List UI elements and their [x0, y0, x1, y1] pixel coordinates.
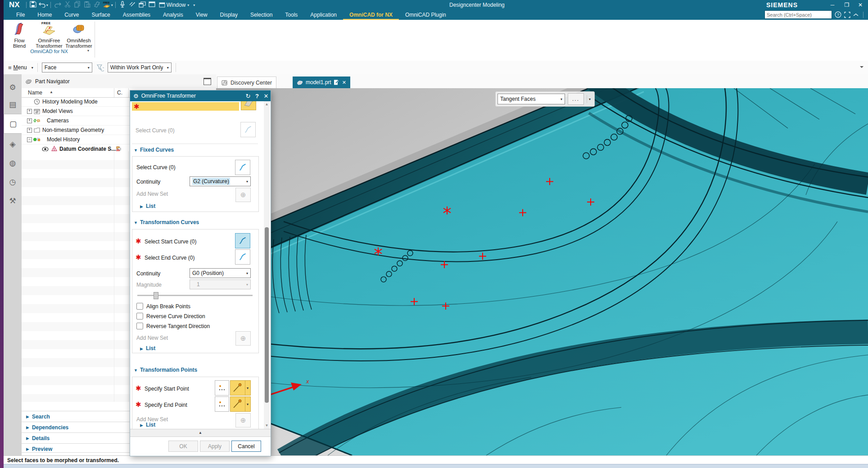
undock-panel-button[interactable] — [203, 78, 211, 85]
sweep-button[interactable] — [93, 0, 102, 9]
checkbox-reverse-curve-direction[interactable]: Reverse Curve Direction — [136, 313, 205, 320]
fixed-select-curve-button[interactable] — [235, 160, 250, 175]
close-tab-icon[interactable]: ✕ — [342, 80, 346, 86]
tab-discovery-center[interactable]: Discovery Center — [217, 76, 276, 88]
ribbon-tab-file[interactable]: File — [10, 10, 31, 20]
fixed-add-new-set-button[interactable]: ⊕ — [235, 188, 251, 202]
ribbon-tab-omnicad-for-nx[interactable]: OmniCAD for NX — [343, 10, 399, 20]
selection-filter-reset-icon[interactable] — [96, 63, 104, 72]
ribbon-tab-omnicad-plugin[interactable]: OmniCAD Plugin — [399, 10, 452, 20]
graphics-window[interactable]: Discovery Center model1.prt ✕ — [216, 74, 868, 455]
select-start-curve-button[interactable] — [235, 233, 250, 248]
ribbon-tab-surface[interactable]: Surface — [85, 10, 116, 20]
fixed-list-expander[interactable]: ▶List — [140, 203, 155, 209]
column-c[interactable]: C. — [117, 90, 122, 96]
toolbar-overflow-icon[interactable] — [860, 66, 863, 70]
dialog-scrollbar[interactable]: ▲ ▼ — [264, 101, 270, 429]
ribbon-tab-view[interactable]: View — [190, 10, 214, 20]
magnitude-slider[interactable] — [137, 292, 253, 298]
minimize-button[interactable]: ─ — [826, 0, 839, 10]
flow-blend-button[interactable]: Flow Blend — [5, 22, 33, 49]
save-button[interactable] — [29, 0, 38, 9]
more-options-button[interactable]: ... — [568, 93, 584, 105]
paste-button[interactable] — [83, 0, 92, 9]
section-transformation-curves[interactable]: ▼Transformation Curves — [134, 219, 199, 225]
end-point-dialog-button[interactable] — [215, 396, 229, 412]
window-button[interactable] — [148, 0, 157, 9]
apply-button[interactable]: Apply — [200, 441, 230, 452]
redo-button[interactable] — [53, 0, 62, 9]
section-fixed-curves[interactable]: ▼Fixed Curves — [134, 147, 174, 153]
resource-bar-part-navigator[interactable]: ▢ — [4, 114, 22, 134]
cad-model-view[interactable]: x — [216, 88, 868, 455]
column-name[interactable]: Name — [28, 90, 42, 96]
menu-button[interactable]: ≡ Menu ▾ — [8, 64, 33, 71]
group-dialog-launcher-icon[interactable]: ▾ — [87, 49, 89, 53]
slider-thumb[interactable] — [154, 292, 158, 299]
copy-button[interactable] — [73, 0, 82, 9]
dialog-help-button[interactable]: ? — [253, 93, 262, 99]
ribbon-tab-selection[interactable]: Selection — [244, 10, 279, 20]
type-filter-dropdown[interactable]: Face ▾ — [42, 63, 92, 72]
ribbon-tab-curve[interactable]: Curve — [58, 10, 85, 20]
dialog-reset-button[interactable]: ↻ — [244, 93, 253, 99]
checkbox-icon[interactable] — [136, 313, 143, 320]
dialog-title-bar[interactable]: ⚙ OmniFree Transformer ↻ ? ✕ — [130, 90, 271, 101]
points-add-new-set-button[interactable]: ⊕ — [235, 413, 251, 428]
help-icon[interactable]: ? — [835, 11, 841, 18]
cascade-window-button[interactable] — [138, 0, 147, 9]
resource-bar-web-browser[interactable]: ◍ — [4, 155, 22, 171]
chevron-down-icon[interactable]: ▾ — [245, 397, 249, 411]
customize-qat-icon[interactable]: ▾ — [193, 3, 195, 7]
curves-continuity-dropdown[interactable]: G0 (Position) ▾ — [190, 268, 251, 278]
scroll-up-icon[interactable]: ▲ — [264, 101, 270, 108]
dialog-collapse-strip[interactable]: ▲ — [130, 429, 271, 437]
minimize-ribbon-icon[interactable] — [853, 13, 859, 17]
tree-expander[interactable]: − — [27, 137, 32, 142]
command-search[interactable] — [764, 10, 832, 19]
select-face-button[interactable] — [241, 101, 256, 110]
cut-button[interactable] — [63, 0, 72, 9]
ribbon-tab-home[interactable]: Home — [31, 10, 58, 20]
sort-ascending-icon[interactable]: ▲ — [50, 90, 53, 94]
start-point-dialog-button[interactable] — [215, 380, 229, 396]
free-feature-button[interactable]: FREE▾ — [103, 0, 113, 9]
chevron-down-icon[interactable]: ▾ — [245, 381, 249, 395]
tree-expander[interactable]: + — [27, 109, 32, 114]
resource-bar-history[interactable]: ◷ — [4, 174, 22, 189]
nx-logo[interactable]: NX — [4, 0, 24, 9]
face-rule-dropdown[interactable]: Tangent Faces ▾ — [497, 94, 565, 104]
resource-bar-constraint-navigator[interactable]: ◈ — [4, 136, 22, 152]
ribbon-group-label[interactable]: OmniCAD for NX — [4, 49, 95, 56]
section-transformation-points[interactable]: ▼Transformation Points — [134, 367, 197, 373]
scrollbar-thumb[interactable] — [265, 227, 269, 403]
resource-bar-assembly-navigator[interactable]: ▤ — [4, 97, 22, 112]
curves-list-expander[interactable]: ▶List — [140, 345, 155, 351]
tree-expander[interactable]: + — [27, 128, 32, 133]
ribbon-tab-analysis[interactable]: Analysis — [157, 10, 190, 20]
fullscreen-icon[interactable] — [844, 12, 850, 18]
end-point-picker-button[interactable]: ▾ — [230, 396, 251, 412]
ok-button[interactable]: OK — [168, 441, 198, 452]
checkbox-icon[interactable] — [136, 323, 143, 329]
restore-button[interactable]: ❐ — [840, 0, 854, 10]
ribbon-tab-display[interactable]: Display — [214, 10, 244, 20]
checkbox-reverse-tangent-direction[interactable]: Reverse Tangent Direction — [136, 323, 210, 329]
ribbon-tab-assemblies[interactable]: Assemblies — [117, 10, 157, 20]
undo-button[interactable]: ▾ — [39, 0, 48, 9]
points-list-expander[interactable]: ▶List — [140, 422, 155, 428]
microphone-button[interactable] — [118, 0, 127, 9]
tab-model1-prt[interactable]: model1.prt ✕ — [293, 76, 350, 88]
touch-button[interactable] — [128, 0, 137, 9]
select-face-row[interactable]: ✱ — [132, 102, 239, 111]
dialog-close-button[interactable]: ✕ — [262, 93, 271, 99]
ribbon-tab-tools[interactable]: Tools — [279, 10, 304, 20]
close-button[interactable]: ✕ — [854, 0, 867, 10]
start-point-picker-button[interactable]: ▾ — [230, 380, 251, 396]
tree-expander[interactable]: + — [27, 118, 32, 123]
ribbon-tab-application[interactable]: Application — [304, 10, 343, 20]
search-input[interactable] — [765, 12, 832, 18]
window-menu-button[interactable]: Window ▾ ▾ — [159, 2, 195, 8]
omnifree-transformer-button[interactable]: FREE OmniFree Transformer — [35, 22, 63, 49]
fixed-continuity-dropdown[interactable]: G2 (Curvature) ▾ — [190, 176, 251, 186]
